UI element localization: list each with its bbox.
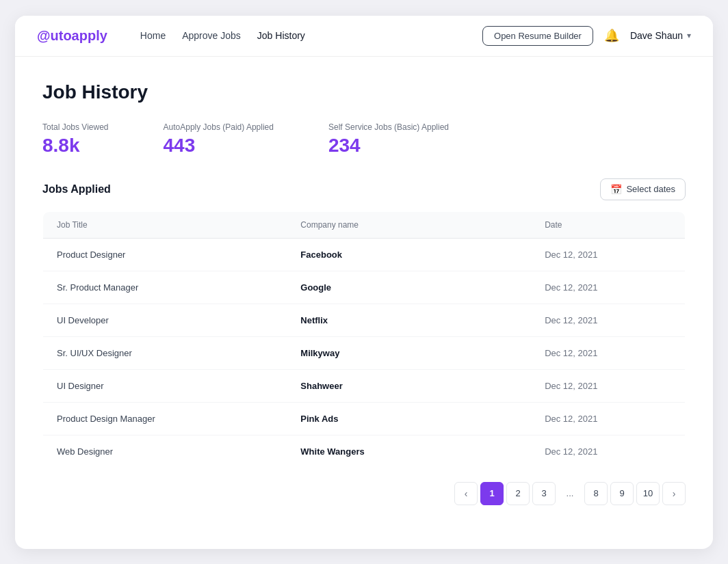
pagination: ‹ 1 2 3 ... 8 9 10 › (42, 482, 686, 511)
table-row: Product Designer Facebook Dec 12, 2021 (43, 238, 686, 271)
nav-link-job-history[interactable]: Job History (257, 30, 305, 41)
stat-autoapply-value: 443 (164, 135, 274, 157)
jobs-table: Job Title Company name Date Product Desi… (42, 211, 686, 468)
table-row: Sr. UI/UX Designer Milkyway Dec 12, 2021 (43, 336, 686, 369)
navbar: @utoapply Home Approve Jobs Job History … (15, 16, 713, 57)
table-body: Product Designer Facebook Dec 12, 2021 S… (43, 238, 686, 468)
company-name-cell: Pink Ads (287, 402, 531, 435)
stat-autoapply-jobs: AutoApply Jobs (Paid) Applied 443 (164, 122, 274, 157)
date-cell: Dec 12, 2021 (531, 435, 685, 468)
jobs-header: Jobs Applied 📅 Select dates (42, 178, 686, 200)
nav-link-home[interactable]: Home (140, 30, 166, 41)
select-dates-label: Select dates (626, 184, 675, 194)
job-title-cell: Sr. UI/UX Designer (43, 336, 287, 369)
company-name-cell: White Wangers (287, 435, 531, 468)
pagination-prev-button[interactable]: ‹ (454, 482, 478, 505)
stat-total-jobs-value: 8.8k (42, 135, 109, 157)
col-header-company: Company name (287, 211, 531, 238)
table-header: Job Title Company name Date (43, 211, 686, 238)
date-cell: Dec 12, 2021 (531, 304, 685, 336)
page-title: Job History (42, 81, 686, 103)
pagination-page-9[interactable]: 9 (610, 482, 634, 505)
pagination-page-2[interactable]: 2 (506, 482, 530, 505)
stat-autoapply-label: AutoApply Jobs (Paid) Applied (164, 122, 274, 132)
stats-row: Total Jobs Viewed 8.8k AutoApply Jobs (P… (42, 122, 686, 157)
pagination-page-8[interactable]: 8 (584, 482, 608, 505)
company-name-cell: Netflix (287, 304, 531, 336)
company-name-cell: Facebook (287, 238, 531, 271)
col-header-title: Job Title (43, 211, 287, 238)
table-row: Product Design Manager Pink Ads Dec 12, … (43, 402, 686, 435)
stat-self-service-value: 234 (328, 135, 449, 157)
job-title-cell: UI Developer (43, 304, 287, 336)
chevron-down-icon: ▾ (687, 31, 691, 40)
pagination-page-10[interactable]: 10 (636, 482, 660, 505)
job-title-cell: Web Designer (43, 435, 287, 468)
select-dates-button[interactable]: 📅 Select dates (600, 178, 686, 200)
job-title-cell: Sr. Product Manager (43, 271, 287, 304)
table-row: UI Developer Netflix Dec 12, 2021 (43, 304, 686, 336)
jobs-applied-title: Jobs Applied (42, 183, 111, 196)
job-title-cell: Product Designer (43, 238, 287, 271)
table-row: Web Designer White Wangers Dec 12, 2021 (43, 435, 686, 468)
date-cell: Dec 12, 2021 (531, 369, 685, 402)
job-title-cell: UI Designer (43, 369, 287, 402)
logo: @utoapply (37, 28, 107, 44)
pagination-ellipsis: ... (558, 482, 582, 505)
bell-icon[interactable]: 🔔 (604, 28, 619, 43)
company-name-cell: Google (287, 271, 531, 304)
app-container: @utoapply Home Approve Jobs Job History … (15, 16, 713, 549)
col-header-date: Date (531, 211, 685, 238)
date-cell: Dec 12, 2021 (531, 336, 685, 369)
table-row: UI Designer Shahweer Dec 12, 2021 (43, 369, 686, 402)
job-title-cell: Product Design Manager (43, 402, 287, 435)
table-row: Sr. Product Manager Google Dec 12, 2021 (43, 271, 686, 304)
user-menu[interactable]: Dave Shaun ▾ (630, 30, 691, 41)
pagination-page-1[interactable]: 1 (480, 482, 504, 505)
company-name-cell: Shahweer (287, 369, 531, 402)
pagination-page-3[interactable]: 3 (532, 482, 556, 505)
date-cell: Dec 12, 2021 (531, 402, 685, 435)
main-content: Job History Total Jobs Viewed 8.8k AutoA… (15, 57, 713, 549)
date-cell: Dec 12, 2021 (531, 271, 685, 304)
nav-link-approve-jobs[interactable]: Approve Jobs (182, 30, 241, 41)
company-name-cell: Milkyway (287, 336, 531, 369)
date-cell: Dec 12, 2021 (531, 238, 685, 271)
stat-self-service-label: Self Service Jobs (Basic) Applied (328, 122, 449, 132)
stat-self-service-jobs: Self Service Jobs (Basic) Applied 234 (328, 122, 449, 157)
stat-total-jobs-label: Total Jobs Viewed (42, 122, 109, 132)
open-resume-builder-button[interactable]: Open Resume Builder (482, 26, 593, 46)
pagination-next-button[interactable]: › (662, 482, 686, 505)
nav-right: Open Resume Builder 🔔 Dave Shaun ▾ (482, 26, 691, 46)
stat-total-jobs: Total Jobs Viewed 8.8k (42, 122, 109, 157)
user-name: Dave Shaun (630, 30, 683, 41)
calendar-icon: 📅 (610, 184, 622, 195)
nav-links: Home Approve Jobs Job History (140, 30, 460, 41)
